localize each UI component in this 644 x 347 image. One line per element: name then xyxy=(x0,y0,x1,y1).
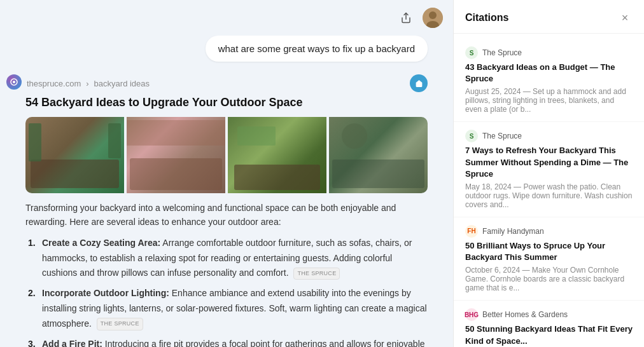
citations-title: Citations xyxy=(465,12,508,24)
list-item: 1. Create a Cozy Seating Area: Arrange c… xyxy=(28,236,428,281)
svg-point-2 xyxy=(429,11,437,19)
close-citations-button[interactable]: × xyxy=(617,10,633,25)
citation-title-4: 50 Stunning Backyard Ideas That Fit Ever… xyxy=(465,323,633,346)
citation-date-3: October 6, 2024 — Make Your Own Cornhole… xyxy=(465,266,633,292)
avatar[interactable] xyxy=(423,8,443,28)
citation-source-name-1: The Spruce xyxy=(482,48,522,57)
source-link[interactable]: thespruce.com › backyard ideas xyxy=(25,79,151,88)
source-separator: › xyxy=(86,79,88,88)
chat-content: what are some great ways to fix up a bac… xyxy=(0,36,453,347)
citation-icon-3: FH xyxy=(465,225,478,238)
citation-title-1: 43 Backyard Ideas on a Budget — The Spru… xyxy=(465,62,633,85)
list-text-3: Add a Fire Pit: Introducing a fire pit p… xyxy=(42,337,425,347)
citation-icon-4: BHG xyxy=(465,308,478,321)
backyard-image-1 xyxy=(25,117,124,193)
response-title: 54 Backyard Ideas to Upgrade Your Outdoo… xyxy=(25,96,428,109)
ai-avatar-icon xyxy=(6,74,22,90)
source-header: thespruce.com › backyard ideas xyxy=(25,74,428,92)
user-message-text: what are some great ways to fix up a bac… xyxy=(218,43,415,54)
citations-header: Citations × xyxy=(454,0,644,34)
assistant-response: thespruce.com › backyard ideas 54 Backya… xyxy=(25,74,428,347)
list-num-1: 1. xyxy=(28,236,39,251)
citation-source-4: BHG Better Homes & Gardens xyxy=(465,308,633,321)
source-badge-1: THE SPRUCE xyxy=(293,268,340,280)
citation-item-3[interactable]: FH Family Handyman 50 Brilliant Ways to … xyxy=(454,217,644,301)
citation-date-2: May 18, 2024 — Power wash the patio. Cle… xyxy=(465,182,633,209)
response-list: 1. Create a Cozy Seating Area: Arrange c… xyxy=(25,236,428,347)
top-bar xyxy=(0,0,453,36)
citation-item-2[interactable]: S The Spruce 7 Ways to Refresh Your Back… xyxy=(454,122,644,217)
backyard-image-4 xyxy=(329,117,428,193)
list-text-1: Create a Cozy Seating Area: Arrange comf… xyxy=(42,236,428,281)
source-site: thespruce.com xyxy=(27,79,81,88)
list-num-2: 2. xyxy=(28,286,39,301)
list-bold-3: Add a Fire Pit: xyxy=(42,339,102,347)
citation-source-3: FH Family Handyman xyxy=(465,225,633,238)
svg-point-5 xyxy=(13,81,15,83)
citation-source-name-4: Better Homes & Gardens xyxy=(482,310,568,319)
citation-title-3: 50 Brilliant Ways to Spruce Up Your Back… xyxy=(465,240,633,263)
citation-title-2: 7 Ways to Refresh Your Backyard This Sum… xyxy=(465,145,633,180)
list-bold-2: Incorporate Outdoor Lighting: xyxy=(42,288,169,298)
list-text-2: Incorporate Outdoor Lighting: Enhance am… xyxy=(42,286,428,331)
citations-panel: Citations × S The Spruce 43 Backyard Ide… xyxy=(453,0,644,347)
source-path: backyard ideas xyxy=(94,79,150,88)
list-bold-1: Create a Cozy Seating Area: xyxy=(42,238,160,248)
citation-source-2: S The Spruce xyxy=(465,130,633,142)
citation-source-1: S The Spruce xyxy=(465,46,633,59)
list-item: 2. Incorporate Outdoor Lighting: Enhance… xyxy=(28,286,428,331)
main-chat-area: what are some great ways to fix up a bac… xyxy=(0,0,453,347)
citations-list: S The Spruce 43 Backyard Ideas on a Budg… xyxy=(454,34,644,347)
response-intro-text: Transforming your backyard into a welcom… xyxy=(25,201,428,229)
list-item: 3. Add a Fire Pit: Introducing a fire pi… xyxy=(28,337,428,347)
citation-date-1: August 25, 2024 — Set up a hammock and a… xyxy=(465,87,633,114)
user-message: what are some great ways to fix up a bac… xyxy=(25,36,428,62)
citation-item-1[interactable]: S The Spruce 43 Backyard Ideas on a Budg… xyxy=(454,39,644,122)
citation-icon-1: S xyxy=(465,46,478,59)
citation-icon-2: S xyxy=(465,130,478,142)
citation-item-4[interactable]: BHG Better Homes & Gardens 50 Stunning B… xyxy=(454,301,644,347)
image-grid xyxy=(25,117,428,193)
backyard-image-3 xyxy=(228,117,326,193)
backyard-image-2 xyxy=(127,117,225,193)
share-button[interactable] xyxy=(396,8,416,28)
list-num-3: 3. xyxy=(28,337,39,347)
citation-source-name-2: The Spruce xyxy=(482,132,522,140)
home-icon-button[interactable] xyxy=(410,74,428,92)
user-bubble: what are some great ways to fix up a bac… xyxy=(206,36,428,62)
citation-source-name-3: Family Handyman xyxy=(482,227,544,236)
source-badge-2: THE SPRUCE xyxy=(97,318,143,330)
